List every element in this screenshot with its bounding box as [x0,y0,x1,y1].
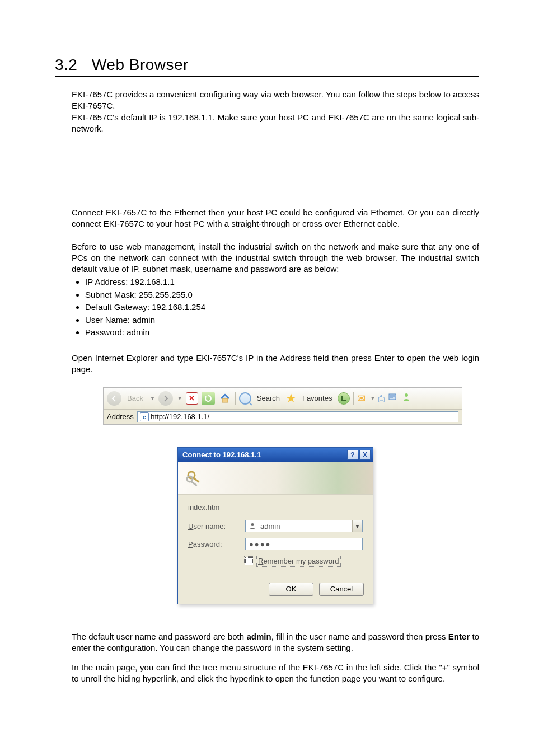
default-password: Password: admin [85,326,479,339]
person-icon [248,522,257,530]
back-icon[interactable] [107,391,121,406]
mail-icon[interactable]: ✉ [357,392,366,405]
favorites-icon[interactable]: ★ [285,390,297,407]
chevron-down-icon[interactable]: ▼ [352,520,362,532]
close-button[interactable]: X [359,450,371,460]
mail-dropdown-icon[interactable]: ▼ [370,395,375,402]
paragraph-6: The default user name and password are b… [72,631,479,654]
remember-label[interactable]: Remember my password [256,556,341,567]
section-title: Web Browser [92,56,189,73]
login-dialog: Connect to 192.168.1.1 ? X [177,447,373,604]
username-field[interactable]: admin ▼ [245,520,363,532]
back-dropdown-icon[interactable]: ▼ [150,395,155,402]
keys-icon [184,467,205,489]
paragraph-1: EKI-7657C provides a convenient configur… [72,89,479,112]
dialog-realm: index.htm [188,503,363,513]
home-icon[interactable] [218,392,232,405]
print-icon[interactable]: ⎙ [378,392,385,405]
svg-rect-0 [222,398,228,402]
messenger-icon[interactable] [401,392,411,405]
cancel-button[interactable]: Cancel [319,583,364,596]
svg-point-2 [405,393,408,397]
paragraph-3: Connect EKI-7657C to the Ethernet then y… [72,207,479,230]
default-gateway: Default Gateway: 192.168.1.254 [85,301,479,314]
paragraph-5: Open Internet Explorer and type EKI-7657… [72,353,479,375]
help-button[interactable]: ? [347,450,358,460]
edit-icon[interactable] [388,392,398,405]
back-label[interactable]: Back [127,393,143,403]
default-username: User Name: admin [85,314,479,327]
password-label: Password: [188,539,245,550]
default-subnet: Subnet Mask: 255.255.255.0 [85,289,479,302]
search-icon[interactable] [239,392,251,405]
address-field[interactable]: e http://192.168.1.1/ [137,411,458,422]
paragraph-7: In the main page, you can find the tree … [72,662,479,685]
paragraph-4: Before to use web management, install th… [72,241,479,275]
section-number: 3.2 [55,56,77,73]
ie-toolbar-screenshot: Back ▼ ▼ ✕ Search ★ Favorites [103,387,462,425]
ie-page-icon: e [140,412,149,421]
forward-dropdown-icon[interactable]: ▼ [177,395,182,402]
favorites-label[interactable]: Favorites [302,393,332,403]
paragraph-2: EKI-7657C's default IP is 192.168.1.1. M… [72,112,479,135]
remember-checkbox[interactable] [245,557,253,565]
search-label[interactable]: Search [257,393,280,403]
password-value: ●●●● [249,539,271,550]
credentials-admin: admin [246,632,271,641]
history-icon[interactable] [338,392,350,405]
dialog-title: Connect to 192.168.1.1 [182,450,261,460]
forward-icon[interactable] [158,391,173,406]
default-ip: IP Address: 192.168.1.1 [85,276,479,289]
enter-key: Enter [448,632,470,641]
stop-icon[interactable]: ✕ [186,392,198,405]
svg-rect-6 [190,481,197,486]
username-value: admin [260,522,280,532]
password-field[interactable]: ●●●● [245,538,363,550]
ok-button[interactable]: OK [269,583,313,596]
address-value: http://192.168.1.1/ [151,412,209,422]
defaults-list: IP Address: 192.168.1.1 Subnet Mask: 255… [79,276,479,339]
section-heading: 3.2 Web Browser [55,56,479,77]
refresh-icon[interactable] [202,392,215,405]
svg-point-7 [251,523,254,526]
username-label: User name: [188,522,245,532]
address-label: Address [107,412,134,422]
